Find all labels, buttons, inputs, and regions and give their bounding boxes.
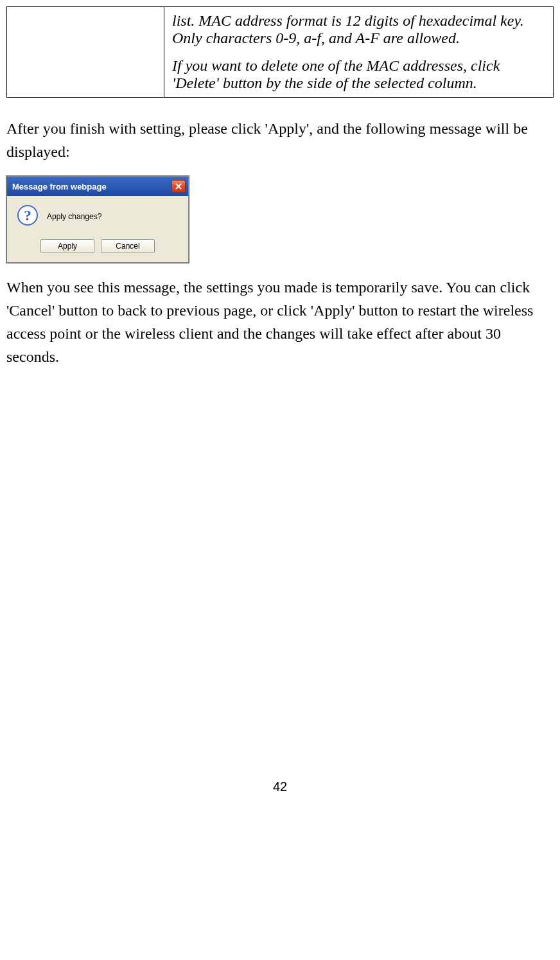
apply-button[interactable]: Apply: [40, 239, 94, 253]
message-dialog: Message from webpage ? Apply changes? Ap…: [6, 176, 189, 263]
paragraph-before-dialog: After you finish with setting, please cl…: [6, 117, 554, 163]
dialog-titlebar: Message from webpage: [7, 177, 188, 196]
table-right-cell: list. MAC address format is 12 digits of…: [164, 7, 554, 98]
table-text-1: list. MAC address format is 12 digits of…: [172, 12, 545, 47]
dialog-body: ? Apply changes? Apply Cancel: [7, 196, 188, 262]
question-icon: ?: [17, 205, 38, 227]
dialog-title: Message from webpage: [12, 182, 107, 191]
mac-address-table: list. MAC address format is 12 digits of…: [6, 6, 554, 98]
close-icon[interactable]: [171, 180, 186, 193]
dialog-message: Apply changes?: [47, 212, 101, 221]
paragraph-after-dialog: When you see this message, the settings …: [6, 276, 554, 368]
table-text-2: If you want to delete one of the MAC add…: [172, 57, 545, 92]
page-number: 42: [6, 779, 554, 794]
cancel-button[interactable]: Cancel: [101, 239, 155, 253]
svg-text:?: ?: [24, 207, 31, 224]
table-left-cell: [7, 7, 164, 98]
